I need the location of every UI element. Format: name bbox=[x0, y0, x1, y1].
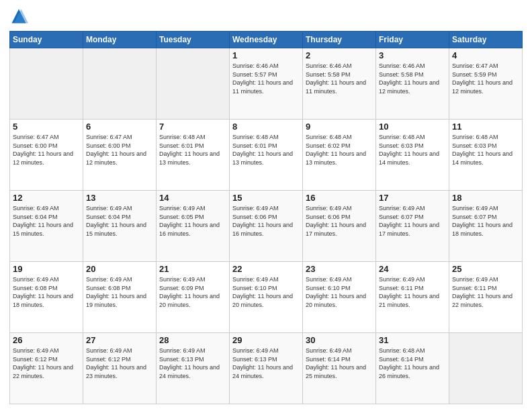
calendar-cell: 10Sunrise: 6:48 AMSunset: 6:03 PMDayligh… bbox=[376, 120, 449, 191]
day-info: Sunrise: 6:49 AMSunset: 6:08 PMDaylight:… bbox=[86, 275, 153, 309]
day-info: Sunrise: 6:49 AMSunset: 6:14 PMDaylight:… bbox=[306, 347, 373, 380]
calendar-cell: 31Sunrise: 6:48 AMSunset: 6:14 PMDayligh… bbox=[376, 333, 449, 404]
day-number: 8 bbox=[232, 122, 300, 132]
day-number: 13 bbox=[86, 193, 153, 203]
day-info: Sunrise: 6:49 AMSunset: 6:09 PMDaylight:… bbox=[159, 275, 226, 309]
day-number: 14 bbox=[159, 193, 226, 203]
calendar-cell: 26Sunrise: 6:49 AMSunset: 6:12 PMDayligh… bbox=[10, 333, 83, 404]
calendar-cell: 25Sunrise: 6:49 AMSunset: 6:11 PMDayligh… bbox=[449, 262, 523, 333]
day-info: Sunrise: 6:49 AMSunset: 6:06 PMDaylight:… bbox=[232, 204, 300, 238]
weekday-header-row: SundayMondayTuesdayWednesdayThursdayFrid… bbox=[10, 32, 523, 48]
calendar-page: SundayMondayTuesdayWednesdayThursdayFrid… bbox=[0, 0, 532, 411]
logo-icon bbox=[9, 7, 28, 26]
day-number: 20 bbox=[86, 264, 153, 274]
weekday-header: Wednesday bbox=[230, 32, 303, 48]
day-info: Sunrise: 6:48 AMSunset: 6:01 PMDaylight:… bbox=[232, 133, 300, 167]
calendar-cell: 2Sunrise: 6:46 AMSunset: 5:58 PMDaylight… bbox=[303, 48, 376, 120]
calendar-cell: 28Sunrise: 6:49 AMSunset: 6:13 PMDayligh… bbox=[157, 333, 230, 404]
day-number: 27 bbox=[86, 335, 153, 345]
weekday-header: Saturday bbox=[449, 32, 523, 48]
day-number: 6 bbox=[86, 122, 153, 132]
weekday-header: Friday bbox=[376, 32, 449, 48]
day-info: Sunrise: 6:48 AMSunset: 6:02 PMDaylight:… bbox=[306, 133, 373, 167]
day-info: Sunrise: 6:49 AMSunset: 6:11 PMDaylight:… bbox=[379, 275, 446, 309]
day-number: 28 bbox=[159, 335, 226, 345]
weekday-header: Monday bbox=[83, 32, 157, 48]
calendar-cell: 24Sunrise: 6:49 AMSunset: 6:11 PMDayligh… bbox=[376, 262, 449, 333]
calendar-week-row: 5Sunrise: 6:47 AMSunset: 6:00 PMDaylight… bbox=[10, 120, 523, 191]
day-info: Sunrise: 6:47 AMSunset: 6:00 PMDaylight:… bbox=[13, 133, 80, 167]
weekday-header: Sunday bbox=[10, 32, 83, 48]
day-number: 9 bbox=[306, 122, 373, 132]
calendar-cell: 3Sunrise: 6:46 AMSunset: 5:58 PMDaylight… bbox=[376, 48, 449, 120]
day-number: 10 bbox=[379, 122, 446, 132]
day-info: Sunrise: 6:48 AMSunset: 6:01 PMDaylight:… bbox=[159, 133, 226, 167]
calendar-cell: 17Sunrise: 6:49 AMSunset: 6:07 PMDayligh… bbox=[376, 191, 449, 262]
day-number: 22 bbox=[232, 264, 300, 274]
weekday-header: Thursday bbox=[303, 32, 376, 48]
day-number: 29 bbox=[232, 335, 300, 345]
calendar-cell: 15Sunrise: 6:49 AMSunset: 6:06 PMDayligh… bbox=[230, 191, 303, 262]
day-number: 18 bbox=[452, 193, 519, 203]
calendar-week-row: 1Sunrise: 6:46 AMSunset: 5:57 PMDaylight… bbox=[10, 48, 523, 120]
day-number: 11 bbox=[452, 122, 519, 132]
day-number: 1 bbox=[232, 50, 300, 60]
day-number: 24 bbox=[379, 264, 446, 274]
day-number: 16 bbox=[306, 193, 373, 203]
calendar-cell: 27Sunrise: 6:49 AMSunset: 6:12 PMDayligh… bbox=[83, 333, 157, 404]
day-number: 5 bbox=[13, 122, 80, 132]
day-info: Sunrise: 6:49 AMSunset: 6:11 PMDaylight:… bbox=[452, 275, 519, 309]
header bbox=[9, 7, 523, 26]
calendar-cell: 20Sunrise: 6:49 AMSunset: 6:08 PMDayligh… bbox=[83, 262, 157, 333]
day-info: Sunrise: 6:48 AMSunset: 6:03 PMDaylight:… bbox=[452, 133, 519, 167]
day-number: 19 bbox=[13, 264, 80, 274]
calendar-cell: 9Sunrise: 6:48 AMSunset: 6:02 PMDaylight… bbox=[303, 120, 376, 191]
calendar-cell: 23Sunrise: 6:49 AMSunset: 6:10 PMDayligh… bbox=[303, 262, 376, 333]
calendar-cell: 29Sunrise: 6:49 AMSunset: 6:13 PMDayligh… bbox=[230, 333, 303, 404]
day-info: Sunrise: 6:47 AMSunset: 5:59 PMDaylight:… bbox=[452, 62, 519, 95]
calendar-cell bbox=[10, 48, 83, 120]
day-info: Sunrise: 6:49 AMSunset: 6:12 PMDaylight:… bbox=[13, 347, 80, 380]
day-info: Sunrise: 6:46 AMSunset: 5:58 PMDaylight:… bbox=[306, 62, 373, 95]
calendar-cell: 19Sunrise: 6:49 AMSunset: 6:08 PMDayligh… bbox=[10, 262, 83, 333]
day-info: Sunrise: 6:49 AMSunset: 6:13 PMDaylight:… bbox=[232, 347, 300, 380]
calendar-cell: 21Sunrise: 6:49 AMSunset: 6:09 PMDayligh… bbox=[157, 262, 230, 333]
day-number: 15 bbox=[232, 193, 300, 203]
calendar-cell bbox=[157, 48, 230, 120]
day-info: Sunrise: 6:49 AMSunset: 6:07 PMDaylight:… bbox=[452, 204, 519, 238]
calendar-cell: 14Sunrise: 6:49 AMSunset: 6:05 PMDayligh… bbox=[157, 191, 230, 262]
day-number: 31 bbox=[379, 335, 446, 345]
day-info: Sunrise: 6:49 AMSunset: 6:05 PMDaylight:… bbox=[159, 204, 226, 238]
calendar-week-row: 19Sunrise: 6:49 AMSunset: 6:08 PMDayligh… bbox=[10, 262, 523, 333]
day-number: 3 bbox=[379, 50, 446, 60]
calendar-cell bbox=[83, 48, 157, 120]
calendar-cell: 1Sunrise: 6:46 AMSunset: 5:57 PMDaylight… bbox=[230, 48, 303, 120]
calendar-cell: 6Sunrise: 6:47 AMSunset: 6:00 PMDaylight… bbox=[83, 120, 157, 191]
day-number: 17 bbox=[379, 193, 446, 203]
day-info: Sunrise: 6:49 AMSunset: 6:04 PMDaylight:… bbox=[86, 204, 153, 238]
day-info: Sunrise: 6:49 AMSunset: 6:07 PMDaylight:… bbox=[379, 204, 446, 238]
calendar-cell: 16Sunrise: 6:49 AMSunset: 6:06 PMDayligh… bbox=[303, 191, 376, 262]
calendar-cell: 30Sunrise: 6:49 AMSunset: 6:14 PMDayligh… bbox=[303, 333, 376, 404]
logo bbox=[9, 7, 31, 26]
day-info: Sunrise: 6:48 AMSunset: 6:14 PMDaylight:… bbox=[379, 347, 446, 380]
weekday-header: Tuesday bbox=[157, 32, 230, 48]
day-info: Sunrise: 6:48 AMSunset: 6:03 PMDaylight:… bbox=[379, 133, 446, 167]
day-number: 12 bbox=[13, 193, 80, 203]
day-number: 30 bbox=[306, 335, 373, 345]
calendar-cell: 12Sunrise: 6:49 AMSunset: 6:04 PMDayligh… bbox=[10, 191, 83, 262]
day-number: 2 bbox=[306, 50, 373, 60]
calendar-cell: 22Sunrise: 6:49 AMSunset: 6:10 PMDayligh… bbox=[230, 262, 303, 333]
calendar-week-row: 12Sunrise: 6:49 AMSunset: 6:04 PMDayligh… bbox=[10, 191, 523, 262]
day-number: 25 bbox=[452, 264, 519, 274]
day-number: 26 bbox=[13, 335, 80, 345]
calendar-cell bbox=[449, 333, 523, 404]
day-info: Sunrise: 6:46 AMSunset: 5:57 PMDaylight:… bbox=[232, 62, 300, 95]
day-number: 4 bbox=[452, 50, 519, 60]
calendar-cell: 4Sunrise: 6:47 AMSunset: 5:59 PMDaylight… bbox=[449, 48, 523, 120]
day-info: Sunrise: 6:49 AMSunset: 6:12 PMDaylight:… bbox=[86, 347, 153, 380]
day-info: Sunrise: 6:49 AMSunset: 6:13 PMDaylight:… bbox=[159, 347, 226, 380]
calendar-cell: 8Sunrise: 6:48 AMSunset: 6:01 PMDaylight… bbox=[230, 120, 303, 191]
calendar-table: SundayMondayTuesdayWednesdayThursdayFrid… bbox=[9, 31, 523, 404]
day-number: 21 bbox=[159, 264, 226, 274]
